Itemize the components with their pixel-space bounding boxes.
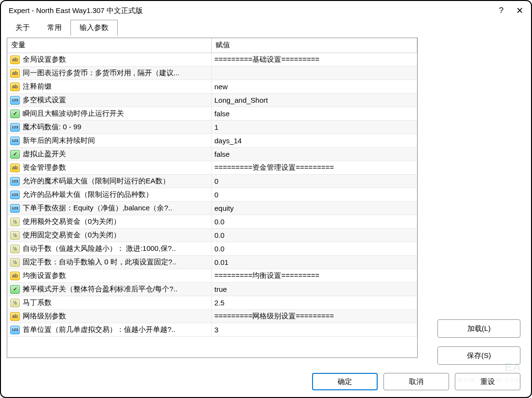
- type-icon: [10, 191, 20, 199]
- table-row[interactable]: 使用额外交易资金（0为关闭）0.0: [7, 215, 417, 229]
- table-row[interactable]: 全局设置参数=========基础设置=========: [7, 53, 417, 67]
- table-row[interactable]: 允许的品种最大值（限制运行的品种数）0: [7, 188, 417, 202]
- ok-button[interactable]: 确定: [312, 373, 378, 390]
- table-row[interactable]: 下单手数依据：Equity（净值）,balance（余?..equity: [7, 202, 417, 215]
- cancel-button[interactable]: 取消: [383, 373, 449, 390]
- value-cell[interactable]: 0.01: [211, 256, 417, 269]
- table-row[interactable]: 首单位置（前几单虚拟交易）：值越小开单越?..3: [7, 323, 417, 337]
- variable-label: 使用固定交易资金（0为关闭）: [23, 231, 121, 240]
- value-cell[interactable]: equity: [211, 202, 417, 215]
- type-icon: [10, 82, 20, 91]
- type-icon: [10, 55, 20, 64]
- side-buttons: 加载(L) 保存(S): [437, 319, 520, 365]
- tab-bar: 关于 常用 输入参数: [1, 20, 531, 36]
- titlebar-controls: ? ✕: [499, 5, 523, 16]
- tab-common[interactable]: 常用: [39, 20, 70, 35]
- value-cell[interactable]: false: [211, 107, 417, 121]
- value-cell[interactable]: 0.0: [211, 229, 417, 242]
- type-icon: [10, 177, 20, 186]
- table-row[interactable]: 多空模式设置Long_and_Short: [7, 94, 417, 107]
- type-icon: [10, 204, 20, 213]
- dialog-window: Expert - North East Way1.307 中文正式版 ? ✕ 关…: [0, 0, 532, 398]
- variable-label: 新年后的周末持续时间: [23, 136, 95, 145]
- value-cell[interactable]: =========均衡设置=========: [211, 269, 417, 283]
- table-row[interactable]: 资金管理参数=========资金管理设置=========: [7, 161, 417, 175]
- value-cell[interactable]: =========资金管理设置=========: [211, 161, 417, 175]
- titlebar: Expert - North East Way1.307 中文正式版 ? ✕: [1, 1, 531, 20]
- variable-label: 使用额外交易资金（0为关闭）: [23, 217, 121, 226]
- value-cell[interactable]: 3: [211, 323, 417, 337]
- variable-label: 资金管理参数: [23, 163, 66, 172]
- value-cell[interactable]: =========网格级别设置=========: [211, 310, 417, 323]
- variable-label: 注释前缀: [23, 82, 52, 91]
- value-cell[interactable]: 0.0: [211, 215, 417, 229]
- value-cell[interactable]: days_14: [211, 134, 417, 148]
- variable-label: 同一图表运行多货币：多货币对用 , 隔开（建议...: [23, 69, 179, 78]
- variable-label: 虚拟止盈开关: [23, 150, 66, 159]
- type-icon: [10, 299, 20, 307]
- type-icon: [10, 245, 20, 253]
- tab-inputs[interactable]: 输入参数: [70, 20, 118, 36]
- value-cell[interactable]: Long_and_Short: [211, 94, 417, 107]
- type-icon: [10, 218, 20, 226]
- table-row[interactable]: 新年后的周末持续时间days_14: [7, 134, 417, 148]
- table-row[interactable]: 摊平模式开关（整体符合盈利标准后平仓/每个?..true: [7, 283, 417, 296]
- variable-label: 多空模式设置: [23, 96, 66, 105]
- header-variable[interactable]: 变量: [7, 38, 211, 53]
- table-row[interactable]: 使用固定交易资金（0为关闭）0.0: [7, 229, 417, 242]
- value-cell[interactable]: 0: [211, 175, 417, 188]
- value-cell[interactable]: false: [211, 148, 417, 161]
- window-title: Expert - North East Way1.307 中文正式版: [9, 6, 499, 15]
- type-icon: [10, 96, 20, 105]
- parameter-table-wrapper: 变量 赋值 全局设置参数=========基础设置=========同一图表运行…: [7, 38, 418, 358]
- help-icon[interactable]: ?: [499, 6, 504, 15]
- variable-label: 允许的品种最大值（限制运行的品种数）: [23, 190, 153, 199]
- variable-label: 首单位置（前几单虚拟交易）：值越小开单越?..: [23, 325, 176, 334]
- value-cell[interactable]: =========基础设置=========: [211, 53, 417, 67]
- type-icon: [10, 110, 20, 118]
- tab-about[interactable]: 关于: [7, 20, 39, 35]
- load-button[interactable]: 加载(L): [437, 319, 520, 338]
- table-row[interactable]: 魔术码数值: 0 - 991: [7, 121, 417, 134]
- table-row[interactable]: 均衡设置参数=========均衡设置=========: [7, 269, 417, 283]
- value-cell[interactable]: 1: [211, 121, 417, 134]
- type-icon: [10, 164, 20, 172]
- reset-button[interactable]: 重设: [455, 373, 520, 390]
- variable-label: 均衡设置参数: [23, 271, 66, 280]
- save-button[interactable]: 保存(S): [437, 346, 520, 365]
- table-row[interactable]: 同一图表运行多货币：多货币对用 , 隔开（建议...: [7, 67, 417, 80]
- type-icon: [10, 69, 20, 78]
- value-cell[interactable]: 0: [211, 188, 417, 202]
- variable-label: 全局设置参数: [23, 55, 66, 64]
- table-row[interactable]: 注释前缀new: [7, 80, 417, 94]
- variable-label: 下单手数依据：Equity（净值）,balance（余?..: [23, 204, 172, 213]
- header-value[interactable]: 赋值: [211, 38, 417, 53]
- table-row[interactable]: 自动手数（值越大风险越小）： 激进:1000,保?..0.0: [7, 242, 417, 256]
- table-row[interactable]: 固定手数：自动手数输入 0 时，此项设置固定?..0.01: [7, 256, 417, 269]
- value-cell[interactable]: 2.5: [211, 296, 417, 310]
- variable-label: 瞬间且大幅波动时停止运行开关: [23, 109, 124, 118]
- value-cell[interactable]: [211, 67, 417, 80]
- variable-label: 网络级别参数: [23, 312, 66, 321]
- table-row[interactable]: 瞬间且大幅波动时停止运行开关false: [7, 107, 417, 121]
- type-icon: [10, 258, 20, 267]
- close-icon[interactable]: ✕: [516, 5, 523, 16]
- table-row[interactable]: 允许的魔术码最大值（限制同时运行的EA数）0: [7, 175, 417, 188]
- variable-label: 自动手数（值越大风险越小）： 激进:1000,保?..: [23, 244, 176, 253]
- type-icon: [10, 312, 20, 321]
- type-icon: [10, 231, 20, 240]
- type-icon: [10, 285, 20, 294]
- value-cell[interactable]: true: [211, 283, 417, 296]
- variable-label: 摊平模式开关（整体符合盈利标准后平仓/每个?..: [23, 285, 177, 294]
- table-row[interactable]: 网络级别参数=========网格级别设置=========: [7, 310, 417, 323]
- content-area: 变量 赋值 全局设置参数=========基础设置=========同一图表运行…: [1, 36, 423, 364]
- table-row[interactable]: 虚拟止盈开关false: [7, 148, 417, 161]
- variable-label: 马丁系数: [23, 298, 52, 307]
- type-icon: [10, 123, 20, 132]
- table-row[interactable]: 马丁系数2.5: [7, 296, 417, 310]
- value-cell[interactable]: 0.0: [211, 242, 417, 256]
- value-cell[interactable]: new: [211, 80, 417, 94]
- type-icon: [10, 137, 20, 145]
- variable-label: 固定手数：自动手数输入 0 时，此项设置固定?..: [23, 258, 176, 267]
- parameter-table[interactable]: 变量 赋值 全局设置参数=========基础设置=========同一图表运行…: [7, 38, 417, 337]
